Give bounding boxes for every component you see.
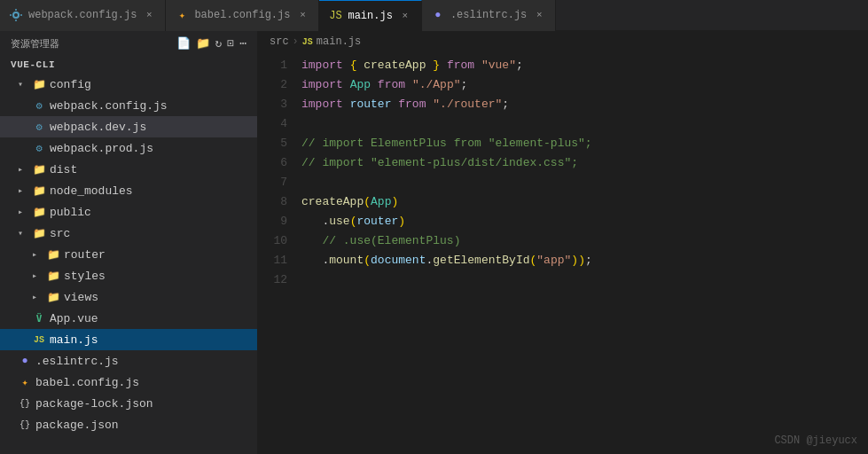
item-label: styles [64, 270, 106, 283]
sidebar-item-webpack-config[interactable]: ⚙ webpack.config.js [0, 95, 257, 116]
code-editor: src › JS main.js 1 import { createApp } … [257, 31, 868, 454]
line-number: 9 [257, 212, 301, 231]
chevron-right-icon: ▸ [32, 249, 43, 260]
sidebar-item-eslintrc[interactable]: ● .eslintrc.js [0, 350, 257, 372]
item-label: webpack.prod.js [50, 142, 153, 155]
line-code: // import "element-plus/dist/index.css"; [301, 153, 868, 173]
sidebar-item-config[interactable]: ▾ 📁 config [0, 74, 257, 95]
babel-icon: ✦ [175, 8, 189, 22]
code-line-9: 9 .use(router) [257, 212, 868, 231]
code-line-10: 10 // .use(ElementPlus) [257, 231, 868, 251]
tab-main-js[interactable]: JS main.js × [319, 0, 421, 31]
folder-icon: 📁 [46, 269, 60, 283]
tab-eslintrc[interactable]: ● .eslintrc.js × [422, 0, 556, 31]
gear-js-icon: ⚙ [32, 120, 46, 134]
line-code: import { createApp } from "vue"; [301, 56, 868, 75]
sidebar-item-node-modules[interactable]: ▸ 📁 node_modules [0, 180, 257, 201]
item-label: webpack.config.js [50, 99, 168, 113]
item-label: babel.config.js [35, 376, 139, 389]
section-title: VUE-CLI [11, 59, 55, 70]
sidebar-title: 资源管理器 [11, 37, 59, 51]
vue-icon: V̈ [32, 311, 46, 325]
sidebar-item-package[interactable]: {} package.json [0, 414, 257, 435]
line-number: 12 [257, 270, 301, 290]
item-label: webpack.dev.js [50, 121, 146, 134]
chevron-down-icon: ▾ [18, 228, 28, 239]
line-number: 5 [257, 134, 301, 153]
code-line-8: 8 createApp(App) [257, 192, 868, 212]
code-line-4: 4 [257, 114, 868, 134]
folder-icon: 📁 [32, 184, 46, 198]
chevron-right-icon: ▸ [18, 164, 28, 175]
sidebar-section: VUE-CLI [0, 56, 257, 74]
folder-icon: 📁 [32, 226, 46, 240]
code-line-1: 1 import { createApp } from "vue"; [257, 56, 868, 75]
tab-label: babel.config.js [194, 9, 290, 21]
chevron-right-icon: ▸ [32, 270, 43, 281]
sidebar-item-webpack-dev[interactable]: ⚙ webpack.dev.js [0, 116, 257, 137]
tab-webpack-config[interactable]: webpack.config.js × [0, 0, 166, 31]
sidebar-item-webpack-prod[interactable]: ⚙ webpack.prod.js [0, 137, 257, 159]
sidebar-item-views[interactable]: ▸ 📁 views [0, 286, 257, 308]
close-icon[interactable]: × [532, 8, 546, 22]
line-number: 2 [257, 75, 301, 95]
sidebar-item-styles[interactable]: ▸ 📁 styles [0, 265, 257, 286]
code-line-11: 11 .mount(document.getElementById("app")… [257, 251, 868, 270]
sidebar-item-src[interactable]: ▾ 📁 src [0, 223, 257, 244]
svg-point-0 [13, 12, 19, 18]
refresh-icon[interactable]: ↻ [215, 36, 223, 51]
main-area: 资源管理器 📄 📁 ↻ ⊡ ⋯ VUE-CLI ▾ 📁 config ⚙ web… [0, 31, 868, 454]
item-label: App.vue [50, 312, 98, 325]
code-line-5: 5 // import ElementPlus from "element-pl… [257, 134, 868, 153]
sidebar-item-package-lock[interactable]: {} package-lock.json [0, 393, 257, 414]
more-icon[interactable]: ⋯ [239, 36, 246, 51]
sidebar-header-icons: 📄 📁 ↻ ⊡ ⋯ [176, 36, 246, 51]
item-label: package.json [35, 419, 119, 432]
item-label: main.js [50, 333, 98, 347]
close-icon[interactable]: × [142, 8, 156, 22]
code-content[interactable]: 1 import { createApp } from "vue"; 2 imp… [257, 52, 868, 454]
breadcrumb-separator: › [293, 35, 299, 48]
code-line-2: 2 import App from "./App"; [257, 75, 868, 95]
new-file-icon[interactable]: 📄 [176, 36, 191, 51]
collapse-icon[interactable]: ⊡ [227, 36, 234, 51]
sidebar-item-public[interactable]: ▸ 📁 public [0, 201, 257, 223]
sidebar-item-router[interactable]: ▸ 📁 router [0, 244, 257, 265]
item-label: package-lock.json [35, 397, 153, 411]
line-number: 1 [257, 56, 301, 75]
js-icon: JS [328, 9, 342, 23]
line-number: 6 [257, 153, 301, 173]
folder-icon: 📁 [32, 205, 46, 219]
chevron-down-icon: ▾ [18, 79, 28, 90]
folder-icon: 📁 [32, 77, 46, 91]
line-number: 3 [257, 95, 301, 114]
tab-label: main.js [348, 10, 392, 22]
breadcrumb: src › JS main.js [257, 31, 868, 52]
code-line-3: 3 import router from "./router"; [257, 95, 868, 114]
sidebar-item-main-js[interactable]: JS main.js [0, 329, 257, 350]
json-icon: {} [18, 418, 32, 432]
chevron-right-icon: ▸ [18, 185, 28, 196]
js-icon: JS [32, 333, 46, 347]
code-line-7: 7 [257, 173, 868, 192]
folder-icon: 📁 [46, 290, 60, 304]
line-number: 7 [257, 173, 301, 192]
babel-icon: ✦ [18, 375, 32, 389]
sidebar: 资源管理器 📄 📁 ↻ ⊡ ⋯ VUE-CLI ▾ 📁 config ⚙ web… [0, 31, 257, 454]
close-icon[interactable]: × [398, 9, 412, 23]
tab-label: webpack.config.js [28, 9, 137, 21]
line-code: import App from "./App"; [301, 75, 868, 95]
item-label: views [64, 291, 98, 304]
eslint-icon: ● [18, 354, 32, 368]
tab-label: .eslintrc.js [450, 9, 527, 21]
sidebar-tree: ▾ 📁 config ⚙ webpack.config.js ⚙ webpack… [0, 74, 257, 454]
tab-babel-config[interactable]: ✦ babel.config.js × [166, 0, 319, 31]
sidebar-item-babel-config[interactable]: ✦ babel.config.js [0, 372, 257, 393]
json-icon: {} [18, 396, 32, 411]
folder-icon: 📁 [32, 162, 46, 176]
line-number: 8 [257, 192, 301, 212]
sidebar-item-app-vue[interactable]: V̈ App.vue [0, 308, 257, 329]
new-folder-icon[interactable]: 📁 [196, 36, 210, 51]
close-icon[interactable]: × [295, 8, 309, 22]
sidebar-item-dist[interactable]: ▸ 📁 dist [0, 159, 257, 180]
